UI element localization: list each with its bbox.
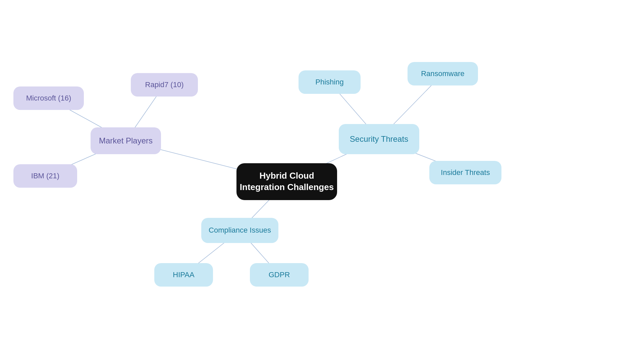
ransomware-node[interactable]: Ransomware: [408, 62, 478, 85]
phishing-node[interactable]: Phishing: [299, 70, 361, 94]
center-node[interactable]: Hybrid Cloud Integration Challenges: [236, 163, 337, 200]
ibm-node[interactable]: IBM (21): [13, 164, 77, 188]
hipaa-node[interactable]: HIPAA: [154, 263, 213, 287]
compliance-issues-node[interactable]: Compliance Issues: [201, 218, 278, 243]
security-threats-node[interactable]: Security Threats: [339, 124, 419, 154]
rapid7-node[interactable]: Rapid7 (10): [131, 73, 198, 97]
insider-threats-node[interactable]: Insider Threats: [429, 161, 501, 184]
gdpr-node[interactable]: GDPR: [250, 263, 309, 287]
market-players-node[interactable]: Market Players: [91, 127, 161, 154]
microsoft-node[interactable]: Microsoft (16): [13, 86, 84, 110]
